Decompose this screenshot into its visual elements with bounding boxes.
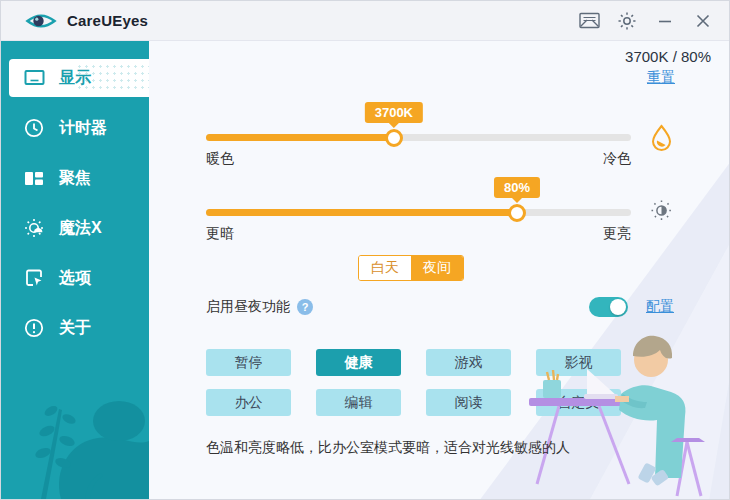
- brighter-label: 更亮: [603, 225, 631, 243]
- schedule-feature-label: 启用昼夜功能: [206, 298, 290, 316]
- preset-button[interactable]: 暂停: [206, 349, 291, 376]
- day-mode-button[interactable]: 白天: [359, 256, 411, 280]
- monitor-icon: [23, 67, 45, 89]
- sidebar-item-options[interactable]: 选项: [1, 259, 149, 297]
- sidebar-item-label: 关于: [59, 318, 91, 339]
- brightness-slider-fill: [206, 209, 517, 216]
- brightness-slider-track[interactable]: [206, 209, 631, 216]
- display-panel: 3700K / 80% 重置 3700K 暖色 冷色 80%: [149, 41, 729, 499]
- careueyes-window: CareUEyes: [0, 0, 730, 500]
- cold-label: 冷色: [603, 150, 631, 168]
- titlebar-controls: [577, 9, 715, 33]
- night-mode-button[interactable]: 夜间: [411, 256, 463, 280]
- brightness-slider-handle[interactable]: [508, 204, 526, 222]
- brightness-slider-tooltip: 80%: [494, 177, 540, 198]
- temp-slider-tooltip: 3700K: [365, 102, 423, 123]
- temp-slider-handle[interactable]: [385, 129, 403, 147]
- sidebar-item-label: 显示: [59, 68, 91, 89]
- titlebar: CareUEyes: [1, 1, 729, 41]
- temp-slider-fill: [206, 134, 394, 141]
- app-title: CareUEyes: [67, 12, 148, 29]
- color-temperature-droplet-icon[interactable]: [650, 124, 673, 155]
- current-values-readout: 3700K / 80%: [625, 48, 711, 65]
- mail-icon[interactable]: [577, 9, 601, 33]
- preset-button[interactable]: 编辑: [316, 389, 401, 416]
- preset-grid: 暂停 健康 游戏 影视 办公 编辑 阅读 自定义: [206, 349, 621, 416]
- help-icon[interactable]: ?: [297, 299, 313, 315]
- schedule-toggle-switch[interactable]: [589, 297, 628, 317]
- settings-gear-icon[interactable]: [615, 9, 639, 33]
- sidebar: 显示 计时器 聚焦: [1, 41, 149, 499]
- day-night-segmented-control: 白天 夜间: [358, 255, 464, 281]
- toggle-knob: [610, 299, 626, 315]
- minimize-icon[interactable]: [653, 9, 677, 33]
- magic-sun-icon: [23, 217, 45, 239]
- about-icon: [23, 317, 45, 339]
- sidebar-item-label: 计时器: [59, 118, 107, 139]
- sidebar-item-magic[interactable]: 魔法X: [1, 209, 149, 247]
- preset-button[interactable]: 办公: [206, 389, 291, 416]
- app-logo-eye-icon: [25, 10, 57, 32]
- reset-link[interactable]: 重置: [647, 69, 675, 87]
- configure-link[interactable]: 配置: [646, 298, 674, 316]
- brightness-contrast-icon[interactable]: [650, 199, 673, 226]
- temp-slider-track[interactable]: [206, 134, 631, 141]
- options-cursor-icon: [23, 267, 45, 289]
- preset-button[interactable]: 阅读: [426, 389, 511, 416]
- preset-button[interactable]: 自定义: [536, 389, 621, 416]
- darker-label: 更暗: [206, 225, 234, 243]
- sidebar-menu: 显示 计时器 聚焦: [1, 41, 149, 347]
- preset-button[interactable]: 影视: [536, 349, 621, 376]
- focus-panes-icon: [23, 167, 45, 189]
- sidebar-item-label: 魔法X: [59, 218, 102, 239]
- sidebar-item-timer[interactable]: 计时器: [1, 109, 149, 147]
- sidebar-item-focus[interactable]: 聚焦: [1, 159, 149, 197]
- preset-description: 色温和亮度略低，比办公室模式要暗，适合对光线敏感的人: [206, 439, 570, 457]
- brightness-slider-labels: 更暗 更亮: [206, 225, 631, 243]
- warm-label: 暖色: [206, 150, 234, 168]
- clock-icon: [23, 117, 45, 139]
- sidebar-item-label: 聚焦: [59, 168, 91, 189]
- sidebar-item-about[interactable]: 关于: [1, 309, 149, 347]
- sidebar-item-display[interactable]: 显示: [9, 59, 149, 97]
- preset-button[interactable]: 健康: [316, 349, 401, 376]
- sidebar-item-label: 选项: [59, 268, 91, 289]
- plant-silhouette-decoration: [1, 349, 149, 499]
- temp-slider-labels: 暖色 冷色: [206, 150, 631, 168]
- day-night-schedule-row: 启用昼夜功能 ? 配置: [206, 297, 674, 317]
- close-icon[interactable]: [691, 9, 715, 33]
- preset-button[interactable]: 游戏: [426, 349, 511, 376]
